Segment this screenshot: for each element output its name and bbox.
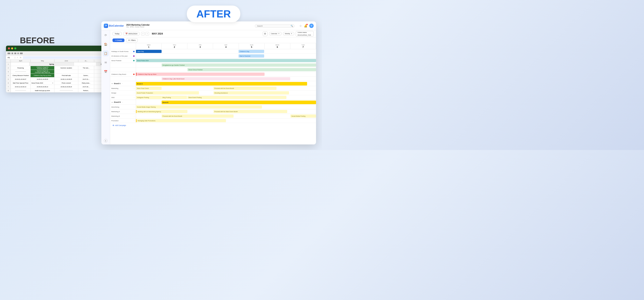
search-input[interactable] <box>255 24 294 28</box>
calendar-grid: WED 1 THU 2 FRI 3 SAT 4 <box>110 43 316 145</box>
brand-a-section-label[interactable]: — Brand A ··· <box>110 81 136 86</box>
cell-reference: A1 <box>8 57 13 59</box>
marketing-b-row: Marketing B ··· Proceed with the Event B… <box>110 114 316 119</box>
cell-4d: Summ... <box>78 74 94 77</box>
gear-button[interactable]: ⚙ <box>263 31 268 36</box>
blog-posting-event[interactable]: Blog Posting <box>162 96 187 99</box>
day-header-empty <box>110 43 136 49</box>
col-header-may: May <box>30 59 54 62</box>
nav-arrows: ‹ › <box>141 32 149 35</box>
event-poster-event[interactable]: Event Poster Production <box>136 91 199 94</box>
sns-row: SNS ··· Instagram Posting Blog Posting S… <box>110 95 316 100</box>
before-label: BEFORE <box>20 36 55 45</box>
country-name: United states <box>298 31 307 33</box>
header-title-area: 2024 Marketing Calendar HQ · APAC, Korea… <box>126 24 150 28</box>
calendar-toolbar: Today 📅 05/01/2024 ‹ › MAY 2024 ⚙ Calend… <box>110 30 316 37</box>
marketing-row: Marketing ··· Store Final Check Proceed … <box>110 86 316 91</box>
filter-icon: ▼ <box>128 39 130 41</box>
holidays-row: Holidays in South Korea Labor Day Childr… <box>110 49 316 54</box>
notification-icon[interactable]: 🔔 <box>304 24 307 27</box>
brand-b-collapse-icon[interactable]: — <box>111 101 113 103</box>
shooting-assistance-event[interactable]: Shooting Assistance <box>214 91 289 94</box>
calendar-select[interactable]: Calendar ▼ <box>269 32 282 35</box>
cell-8d: Perform... <box>78 89 94 92</box>
weekly-select[interactable]: Weekly ▼ <box>283 32 294 35</box>
marketing-a-label-cell: Marketing A ··· <box>110 109 136 114</box>
create-button[interactable]: + Create <box>112 38 124 42</box>
advertising-label-cell: Advertising ··· <box>110 105 136 109</box>
sidebar-icon-file[interactable]: 📋 <box>103 50 109 56</box>
info-icon[interactable]: ℹ <box>104 139 108 143</box>
brand-b-header-row: — Brand B ··· Brand B <box>110 100 316 105</box>
main-content: Today 📅 05/01/2024 ‹ › MAY 2024 ⚙ Calend… <box>110 30 316 145</box>
cell-3b: Teacher's Day(5.15) /Coming-of-Age Day(5… <box>30 70 54 73</box>
marketing-b-proceed-event[interactable]: Proceed with the Event Booth <box>162 115 234 118</box>
managing-sale-event[interactable]: Managing Sale Promotions <box>136 119 226 122</box>
day-header-sat: SAT 4 <box>213 43 239 49</box>
cell-8b: health food pop-up store <box>30 89 54 92</box>
cell-6a: Mall Time Special Price <box>11 81 30 85</box>
search-area[interactable]: 🔍 <box>255 24 294 28</box>
brand-a-bar[interactable]: Brand A <box>136 82 307 86</box>
marketing-label-cell: Marketing ··· <box>110 86 136 91</box>
excel-spreadsheet: A1 | ✓ fx April May June Ju... 1 Spring … <box>6 46 111 92</box>
brand-b-bar[interactable]: Brand B <box>162 101 316 104</box>
app-body: ⟳ 🏠 📋 ✉ 📅 ℹ Today 📅 05/01/2024 ‹ › <box>101 30 316 145</box>
brand-b-section-label[interactable]: — Brand B ··· <box>110 100 136 105</box>
instagram-posting-event[interactable]: Instagram Posting <box>136 96 162 99</box>
header-icons: ☆ 🔔 U <box>299 24 314 28</box>
labor-day-event[interactable]: Labor Day <box>136 50 162 53</box>
avatar[interactable]: U <box>309 24 314 28</box>
sns-label-cell: SNS ··· <box>110 95 136 100</box>
create-toolbar: + Create ▼ Filters <box>110 37 316 43</box>
day-header-sun: SUN 5 <box>239 43 264 49</box>
sidebar-icon-home[interactable]: 🏠 <box>103 41 109 47</box>
cell-2d: The rain... <box>78 66 94 70</box>
social-media-posting-event[interactable]: Social Media Posting <box>290 115 316 118</box>
cell-3d <box>78 70 94 73</box>
brand-a-collapse-icon[interactable]: — <box>111 83 113 85</box>
country-select[interactable]: United states America/New_York <box>296 31 314 36</box>
cell-4a: Cherry Blossom Festival <box>11 74 30 77</box>
dongdaemun-event[interactable]: Dongdaemun-gu Garden Festival <box>162 63 316 67</box>
after-badge: AFTER <box>187 5 240 22</box>
meeting-agency-event[interactable]: Meeting with an Advertising Agency <box>136 110 188 113</box>
start-of-summer-event[interactable]: Start of Summer <box>238 54 264 58</box>
social-media-image-event[interactable]: Social Media Image Sharing <box>136 105 262 109</box>
cell-5c: 24.06.11-24.06.25 <box>54 77 78 81</box>
cell-8c <box>54 89 78 92</box>
cell-7b: 24.05.04-24.05.14 <box>30 85 54 89</box>
childrens-lotte-label <box>110 77 136 81</box>
day-header-wed: WED 1 <box>136 43 162 49</box>
childrens-popup-event[interactable]: Children's Day Pop-up Store <box>136 73 264 76</box>
holidays-label: Holidays in South Korea <box>110 49 136 54</box>
proceed-event-booth-event[interactable]: Proceed with the Event Booth <box>214 87 276 90</box>
date-button[interactable]: 📅 05/01/2024 <box>123 32 140 35</box>
nav-next[interactable]: › <box>146 32 149 35</box>
childrens-day-event[interactable]: Children's Day <box>238 50 264 53</box>
cell-2a: Flowering <box>11 66 30 70</box>
filters-button[interactable]: ▼ Filters <box>126 38 138 42</box>
country-tz: America/New_York <box>298 34 311 36</box>
cell-5d: 24.07.22-... <box>78 77 94 81</box>
cell-7a: 24.04.12-24.04.14 <box>11 85 30 89</box>
seoul-festa-event[interactable]: Seoul Festa 2024 <box>136 59 316 62</box>
nav-prev[interactable]: ‹ <box>141 32 145 35</box>
childrens-lotte-event[interactable]: Children's Day Lotte World Event <box>162 77 290 80</box>
cell-spring: Spring <box>30 62 74 66</box>
day-header-fri: FRI 3 <box>188 43 213 49</box>
today-button[interactable]: Today <box>112 32 122 35</box>
proceed-main-event[interactable]: Proceed with the Main Event Booth <box>214 110 287 113</box>
childrens-lotte-row: Children's Day Lotte World Event <box>110 77 316 81</box>
sidebar-icon-sync[interactable]: ⟳ <box>103 32 109 38</box>
store-event-posting-event[interactable]: Store Event Posting <box>188 96 286 99</box>
cell-2c: Summer vacation <box>54 66 78 70</box>
sidebar-icon-calendar[interactable]: 📅 <box>103 69 109 75</box>
seoul-circus-event[interactable]: Seoul Circus Festival <box>188 68 316 71</box>
store-final-check-event[interactable]: Store Final Check <box>136 87 162 90</box>
star-icon[interactable]: ☆ <box>299 24 302 27</box>
sidebar-icon-mail[interactable]: ✉ <box>103 59 109 65</box>
cell-3c <box>54 70 78 73</box>
add-campaign-row[interactable]: ⊕ Add Campaign <box>110 123 316 128</box>
brand-a-header-row: — Brand A ··· Brand A <box>110 81 316 86</box>
